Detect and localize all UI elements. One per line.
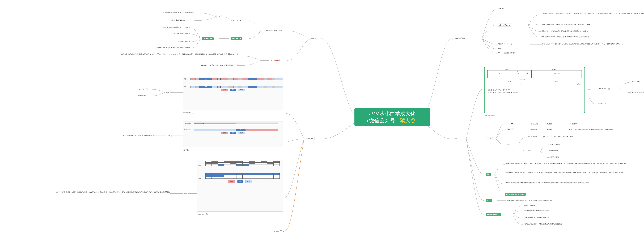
minor-target: 针对新生代≡ [530,123,540,125]
full-gc[interactable]: Full GC [506,144,511,146]
copy-con-detail: 解决了内存碎片化问题，但堆空间的使用效率极其低下 [93,134,154,136]
expand-icon[interactable]: ≡ [513,43,515,45]
gc-header[interactable]: 垃圾回收 [309,37,317,40]
sp2: 只要不离开这个安全点，Java虚拟机便能够在垃圾回收的同时，继续运行这段本地代码… [541,23,592,26]
expand-icon[interactable]: ≡ [236,64,238,66]
gc-roots[interactable]: GC Roots对象 [202,37,214,40]
expand-icon[interactable]: ≡ [280,231,282,232]
major-target: 针对老年代 [530,128,538,131]
stw-2: 2.Stop-the-world是通过安全点（safepoint）机制来实现的。… [176,64,238,66]
safe-lock[interactable]: 安全锁≡ [497,47,504,50]
compact-cons[interactable]: 缺点 [183,192,188,195]
ct-3: 想要保证每个可能有指向新生代对象引用的卡都被标记为脏卡，那么Java虚拟机需要截… [505,182,644,184]
mark-sweep-label: 标记-清除算法≡ [183,112,194,114]
minor-gc[interactable]: Minor GC [506,123,514,125]
ms-con2: 2.分配效率较低 [137,95,146,97]
copy-alg-diagram: 一半内存释放 2M 复制对象区域 2M 可回收存活未使用 [183,122,283,147]
heap-caption: Java虚拟机的堆划分 [484,114,497,117]
center-line1: JVM从小白学成大佬 [369,111,416,116]
ct-2: 在进行Minor GC的时候，我们便可以不用扫描整个老年代，而是在卡表中寻找脏卡… [505,172,644,174]
expand-icon[interactable]: ≡ [206,214,208,215]
mark-sweep-cons[interactable]: 缺点 [165,91,170,94]
major-trigger: 触发条件 [547,128,553,131]
identify-question[interactable]: 如何判别一个对象的存亡？≡ [264,29,283,32]
ms-con1: 1.内存碎片≡ [138,88,148,90]
gcroots-3: 3.方法区中常量引用的对象 [152,40,190,43]
obj-create[interactable]: Java对象创建过程≡ [486,213,501,216]
card-table[interactable]: 卡表 [486,173,491,176]
expand-icon[interactable]: ≡ [280,30,282,31]
reachability-alg[interactable]: 可达性分析算法 [230,37,242,40]
tlab-detail: 用于解决多线程竞争堆内存分配问题，核心原理是分配一段连续的内存空间≡ [506,199,552,202]
center-accent: 猿人谷 [400,118,416,123]
center-line2c: ） [416,118,421,123]
minor-trigger: 触发条件 [547,123,553,125]
copy-cons[interactable]: 缺点 [166,134,172,137]
knowledge-header[interactable]: 知识点 [452,137,459,140]
gc-algos-header[interactable]: 垃圾回收算法 [304,137,314,140]
ct-goal: 用于减少老年代的全堆空间扫描 [505,193,526,196]
ref-count-cons[interactable]: 缺点 [216,15,222,18]
ref-count-con2: 2.无法处理循环引用对象 [170,19,185,21]
center-root: JVM从小白学成大佬 （微信公众号：猿人谷） [354,108,430,126]
expand-icon[interactable]: ≡ [498,214,500,216]
expand-icon[interactable]: ≡ [538,123,539,125]
sp4: 安全点的选定基本上是以程序"是否具有让程序长时间执行的特征"为标准进行选定的。 [541,36,590,38]
expand-icon[interactable]: ≡ [236,53,238,55]
mindmap-canvas: path{fill:none;stroke:#bbb;stroke-width:… [0,0,644,246]
full-t2: 老年代空间不足 [549,149,559,152]
gen-collect-alg[interactable]: 分代收集算法≡ [270,230,283,233]
gcroots-2: 2.方法区中类静态属性引用的对象 [151,32,190,35]
compact-alg-label: 标记整理算法≡ [197,213,208,216]
expand-icon[interactable]: ≡ [146,88,148,90]
center-line2a: （微信公众号： [364,118,400,123]
old-gen: 老年代（2/3） [598,103,607,105]
full-detail: 清理整个堆空间 —— 一定意义上Full GC 可以说是 Minor GC 和 … [528,136,576,138]
sp1: 安全点的初始目的并不是让其他线程停下，而是找到一个稳定的执行状态。在这个执行状态… [541,12,644,14]
full-trigger: 触发条件 [528,149,534,152]
expand-icon[interactable]: ≡ [550,200,552,201]
safe-region[interactable]: 安全区域（Safe Region）≡ [497,43,515,45]
full-t1: 调用System.gc() [549,143,561,146]
full-t3: 空间分配担保失败 [549,156,560,158]
hotspot-header[interactable]: HotSpot的算法实现 [452,37,466,40]
sp3: 程序运行时并非在所有地方都能停顿下来开始GC，只有在到达安全点时才能暂停。 [541,30,589,32]
gc-pause: GC pause（垃圾回收暂停时间） [497,52,517,54]
major-gc[interactable]: Major GC [506,128,514,131]
compact-con-detail: 解决了内存碎片化的问题，也规避了复制算法只能利用一半内存区域的弊端。看起来很美好… [56,191,171,193]
gc-types[interactable]: GC分类 [486,137,493,140]
heap-partition-diagram: Minor GCMajor GC Eden From S0 To S1 Old … [484,67,585,113]
expand-icon[interactable]: ≡ [644,92,644,94]
copy-alg-label: 复制算法≡ [183,149,192,151]
oc1: 1.检验类是否被解析 [523,204,535,207]
ref-count-alg[interactable]: 引用计数算法 [232,19,242,22]
tlab[interactable]: TLAB [486,199,492,202]
expand-icon[interactable]: ≡ [608,88,610,90]
gcroots-1: 1.虚拟机栈（栈帧中的本地变量表）中引用的对象 [139,26,190,28]
mark-sweep-diagram: 标记 2M 清除 2M 可回收存活未使用 [183,77,283,110]
enum-root: 枚举根节点 [497,7,505,10]
stw-node[interactable]: Stop-the-world [269,59,281,61]
expand-icon[interactable]: ≡ [192,112,194,114]
gcroots-4: 4.本地方法栈中 JNI（即一般说的 Native 方法）引用的对象 [128,47,190,49]
young-gen[interactable]: 新生代（1/3）≡ [598,87,611,90]
survivor-ratio[interactable]: Survivor区（2/10）≡ [630,91,644,94]
eden-ratio: Eden区（8/10） [630,81,641,83]
expand-icon[interactable]: ≡ [189,149,191,151]
safe-region-detail: 指在一段代码片段中，引用关系不会发生变化。在这个区域中任意地方开始GC都是安全的… [542,43,644,45]
compact-alg-diagram: 未使前 整理后 可回收存活未使用 [197,160,283,212]
ct-1: 该技术将整个堆划分为一个个大小为512字节的卡，并且维护一个卡表，用来存储每张卡… [505,162,644,165]
major-trigger-v: Minor GC 会将对象移到老年代中，如果此时老年代空间不够，那么触发 Maj… [569,128,616,131]
oc3: 3.若满足快速分配条件，则进入快速分配流程 [523,216,550,219]
oc2: 2.获取instanceKlass，确保Klass已完全初始化 [523,209,550,212]
oc4: 4.若不满足快速分配条件，或者快速分配失败，则进入慢速分配流程 [523,223,562,225]
expand-icon[interactable]: ≡ [502,48,504,49]
ref-count-con1: 1.需要额外的空间来存储计数器，以及繁琐的更新操作。 [146,11,196,14]
safepoint[interactable]: 安全点（Safepoint） [497,23,512,27]
stw-1: 1.在Java虚拟机里，传统的垃圾回收算法采用的是一种简单粗暴的方式，那便是St… [78,53,238,55]
minor-trigger-v: Eden空间满时 [569,123,578,125]
